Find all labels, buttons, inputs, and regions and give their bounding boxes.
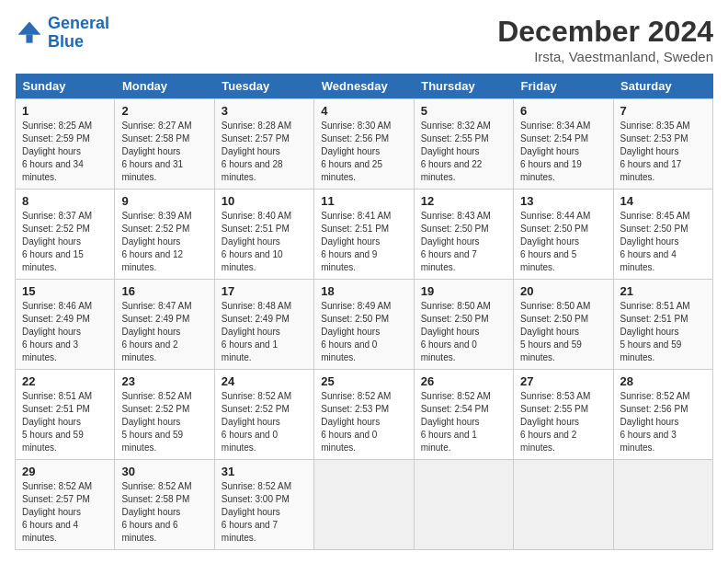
day-number: 25 [321,374,406,388]
logo-line2: Blue [48,32,84,51]
day-info: Sunrise: 8:43 AMSunset: 2:50 PMDaylight … [421,211,491,272]
day-number: 3 [222,104,307,118]
day-info: Sunrise: 8:51 AMSunset: 2:51 PMDaylight … [22,391,92,453]
day-number: 14 [620,194,706,208]
day-number: 28 [620,374,706,388]
day-info: Sunrise: 8:41 AMSunset: 2:51 PMDaylight … [321,211,391,272]
day-number: 7 [620,104,706,118]
day-info: Sunrise: 8:52 AMSunset: 2:56 PMDaylight … [620,391,690,453]
day-number: 22 [22,374,108,388]
calendar-cell: 13Sunrise: 8:44 AMSunset: 2:50 PMDayligh… [514,190,613,280]
calendar-cell: 9Sunrise: 8:39 AMSunset: 2:52 PMDaylight… [115,190,214,280]
calendar-cell: 23Sunrise: 8:52 AMSunset: 2:52 PMDayligh… [115,370,214,460]
title-area: December 2024 Irsta, Vaestmanland, Swede… [497,15,713,64]
day-info: Sunrise: 8:40 AMSunset: 2:51 PMDaylight … [222,211,291,272]
calendar-cell: 10Sunrise: 8:40 AMSunset: 2:51 PMDayligh… [214,190,313,280]
day-number: 16 [121,284,207,298]
day-number: 29 [22,465,108,478]
svg-marker-0 [18,21,41,34]
calendar-cell: 24Sunrise: 8:52 AMSunset: 2:52 PMDayligh… [214,370,313,460]
day-number: 6 [520,104,606,118]
calendar-cell: 29Sunrise: 8:52 AMSunset: 2:57 PMDayligh… [16,460,115,550]
weekday-header-wednesday: Wednesday [314,74,414,99]
day-number: 23 [121,374,207,388]
day-info: Sunrise: 8:27 AMSunset: 2:58 PMDaylight … [121,121,191,182]
day-info: Sunrise: 8:52 AMSunset: 2:52 PMDaylight … [121,391,191,453]
day-info: Sunrise: 8:52 AMSunset: 2:52 PMDaylight … [222,391,291,453]
calendar-cell [314,460,414,550]
calendar-week-2: 8Sunrise: 8:37 AMSunset: 2:52 PMDaylight… [16,190,713,280]
day-info: Sunrise: 8:37 AMSunset: 2:52 PMDaylight … [22,211,92,272]
weekday-header-friday: Friday [514,74,613,99]
calendar-cell: 18Sunrise: 8:49 AMSunset: 2:50 PMDayligh… [314,280,414,370]
day-number: 20 [520,284,606,298]
svg-rect-1 [26,35,32,43]
calendar-cell: 16Sunrise: 8:47 AMSunset: 2:49 PMDayligh… [115,280,214,370]
day-info: Sunrise: 8:53 AMSunset: 2:55 PMDaylight … [520,391,590,453]
day-info: Sunrise: 8:44 AMSunset: 2:50 PMDaylight … [520,211,590,272]
calendar-cell: 3Sunrise: 8:28 AMSunset: 2:57 PMDaylight… [214,99,313,190]
day-info: Sunrise: 8:35 AMSunset: 2:53 PMDaylight … [620,121,690,182]
calendar-cell: 5Sunrise: 8:32 AMSunset: 2:55 PMDaylight… [414,99,513,190]
day-info: Sunrise: 8:28 AMSunset: 2:57 PMDaylight … [222,121,291,182]
calendar-cell: 21Sunrise: 8:51 AMSunset: 2:51 PMDayligh… [613,280,712,370]
calendar-table: SundayMondayTuesdayWednesdayThursdayFrid… [15,74,713,550]
calendar-cell [613,460,712,550]
day-number: 18 [321,284,406,298]
month-title: December 2024 [497,15,713,49]
day-info: Sunrise: 8:39 AMSunset: 2:52 PMDaylight … [121,211,191,272]
calendar-cell: 25Sunrise: 8:52 AMSunset: 2:53 PMDayligh… [314,370,414,460]
calendar-cell: 8Sunrise: 8:37 AMSunset: 2:52 PMDaylight… [16,190,115,280]
day-number: 15 [22,284,108,298]
calendar-week-1: 1Sunrise: 8:25 AMSunset: 2:59 PMDaylight… [16,99,713,190]
day-info: Sunrise: 8:52 AMSunset: 2:54 PMDaylight … [421,391,491,453]
day-number: 31 [222,465,307,478]
day-number: 17 [222,284,307,298]
day-info: Sunrise: 8:48 AMSunset: 2:49 PMDaylight … [222,301,291,362]
calendar-cell: 20Sunrise: 8:50 AMSunset: 2:50 PMDayligh… [514,280,613,370]
day-info: Sunrise: 8:51 AMSunset: 2:51 PMDaylight … [620,301,690,362]
calendar-week-4: 22Sunrise: 8:51 AMSunset: 2:51 PMDayligh… [16,370,713,460]
calendar-cell: 17Sunrise: 8:48 AMSunset: 2:49 PMDayligh… [214,280,313,370]
day-number: 30 [121,465,207,478]
day-number: 27 [520,374,606,388]
logo: General Blue [15,15,109,52]
logo-line1: General [48,14,109,32]
weekday-header-tuesday: Tuesday [214,74,313,99]
header: General Blue December 2024 Irsta, Vaestm… [15,15,713,64]
day-info: Sunrise: 8:47 AMSunset: 2:49 PMDaylight … [121,301,191,362]
calendar-cell [514,460,613,550]
day-info: Sunrise: 8:52 AMSunset: 2:58 PMDaylight … [121,481,191,543]
day-info: Sunrise: 8:52 AMSunset: 2:53 PMDaylight … [321,391,391,453]
day-info: Sunrise: 8:34 AMSunset: 2:54 PMDaylight … [520,121,590,182]
calendar-cell: 28Sunrise: 8:52 AMSunset: 2:56 PMDayligh… [613,370,712,460]
day-number: 4 [321,104,406,118]
day-info: Sunrise: 8:52 AMSunset: 3:00 PMDaylight … [222,481,291,543]
day-info: Sunrise: 8:49 AMSunset: 2:50 PMDaylight … [321,301,391,362]
calendar-cell: 31Sunrise: 8:52 AMSunset: 3:00 PMDayligh… [214,460,313,550]
day-number: 26 [421,374,506,388]
calendar-cell: 30Sunrise: 8:52 AMSunset: 2:58 PMDayligh… [115,460,214,550]
day-number: 13 [520,194,606,208]
day-info: Sunrise: 8:25 AMSunset: 2:59 PMDaylight … [22,121,92,182]
weekday-header-thursday: Thursday [414,74,513,99]
calendar-cell: 15Sunrise: 8:46 AMSunset: 2:49 PMDayligh… [16,280,115,370]
day-info: Sunrise: 8:45 AMSunset: 2:50 PMDaylight … [620,211,690,272]
day-info: Sunrise: 8:32 AMSunset: 2:55 PMDaylight … [421,121,491,182]
calendar-cell: 7Sunrise: 8:35 AMSunset: 2:53 PMDaylight… [613,99,712,190]
day-number: 2 [121,104,207,118]
calendar-cell: 22Sunrise: 8:51 AMSunset: 2:51 PMDayligh… [16,370,115,460]
day-info: Sunrise: 8:52 AMSunset: 2:57 PMDaylight … [22,481,92,543]
calendar-cell: 26Sunrise: 8:52 AMSunset: 2:54 PMDayligh… [414,370,513,460]
weekday-header-saturday: Saturday [613,74,712,99]
day-number: 24 [222,374,307,388]
weekday-header-monday: Monday [115,74,214,99]
calendar-cell: 27Sunrise: 8:53 AMSunset: 2:55 PMDayligh… [514,370,613,460]
day-number: 10 [222,194,307,208]
day-number: 8 [22,194,108,208]
day-info: Sunrise: 8:46 AMSunset: 2:49 PMDaylight … [22,301,92,362]
day-info: Sunrise: 8:50 AMSunset: 2:50 PMDaylight … [520,301,590,362]
weekday-header-row: SundayMondayTuesdayWednesdayThursdayFrid… [16,74,713,99]
day-number: 19 [421,284,506,298]
day-number: 1 [22,104,108,118]
